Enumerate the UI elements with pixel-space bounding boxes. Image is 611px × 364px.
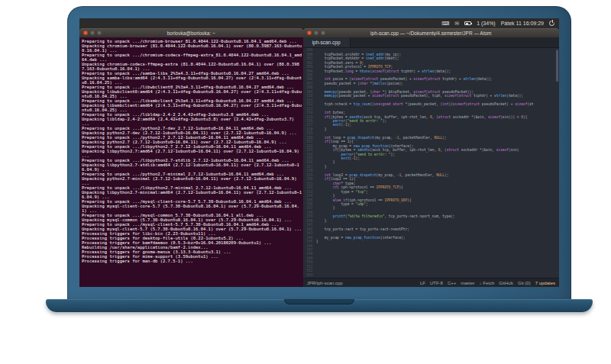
laptop-base-notch — [284, 299, 354, 304]
terminal-line: Unpacking samba-libs:amd64 (2:4.3.11+dfs… — [82, 76, 303, 85]
window-buttons — [307, 31, 325, 35]
maximize-button[interactable] — [97, 31, 102, 35]
page-background: ⌨ ✉ 1 (34%) Pátek 11 16:09:29 borlovka@b… — [0, 0, 611, 364]
power-icon[interactable] — [549, 21, 554, 26]
battery-icon[interactable] — [464, 21, 471, 25]
terminal-title: borlovka@borlovka: ~ — [79, 31, 303, 36]
code-line: 310 memcpy(pseudo_packet + sizeof(struct… — [303, 94, 559, 98]
terminal-line: Unpacking chromium-codecs-ffmpeg-extra (… — [82, 62, 303, 71]
system-menubar: ⌨ ✉ 1 (34%) Pátek 11 16:09:29 — [79, 18, 559, 28]
close-button[interactable] — [83, 31, 88, 35]
clock[interactable]: Pátek 11 16:09:29 — [501, 21, 544, 26]
status-item-utf-8[interactable]: UTF-8 — [430, 281, 443, 285]
status-item--fetch[interactable]: ↓ Fetch — [480, 281, 495, 285]
minimize-button[interactable] — [314, 31, 318, 35]
desktop: borlovka@borlovka: ~ Preparing to unpack… — [79, 28, 559, 287]
terminal-line: Unpacking libpython2.7-minimal:amd64 (2.… — [82, 190, 303, 199]
terminal-line: Unpacking mysql-client-core-5.7 (5.7.30-… — [82, 204, 303, 213]
battery-label[interactable]: 1 (34%) — [477, 21, 496, 26]
terminal-line: Unpacking libpython2.7-stdlib:amd64 (2.7… — [82, 163, 303, 172]
code-editor[interactable]: 299 300 tcpPacket.srcAddr = inet_addr(my… — [303, 48, 559, 278]
terminal-line: Unpacking libldap-2.4-2:amd64 (2.4.42+df… — [82, 117, 303, 126]
terminal-line: Unpacking libsmbclient:amd64 (2:4.3.11+d… — [82, 103, 303, 112]
laptop-base — [46, 299, 593, 312]
close-button[interactable] — [307, 31, 312, 35]
terminal-line: Unpacking libwbclient0:amd64 (2:4.3.11+d… — [82, 89, 303, 98]
code-line: 312 tcph->check = tcp_csum((unsigned sho… — [303, 102, 559, 106]
terminal-line: Preparing to unpack .../chromium-codecs-… — [82, 53, 303, 62]
keyboard-indicator-icon[interactable]: ⌨ — [441, 18, 449, 28]
window-buttons — [83, 31, 102, 35]
tab-iph-scan-cpp[interactable]: iph-scan.cpp — [303, 37, 351, 47]
editor-tabbar: iph-scan.cpp — [303, 37, 559, 48]
editor-scrollbar[interactable] — [556, 50, 558, 82]
maximize-button[interactable] — [321, 31, 325, 35]
laptop-screen: ⌨ ✉ 1 (34%) Pátek 11 16:09:29 borlovka@b… — [79, 18, 559, 287]
editor-window: iph-scan.cpp — ~/Dokumenty/4.semester/JP… — [303, 28, 559, 287]
status-item-master[interactable]: master — [461, 281, 474, 285]
editor-title: iph-scan.cpp — ~/Dokumenty/4.semester/JP… — [303, 31, 559, 36]
terminal-line: Unpacking libpython2.7:amd64 (2.7.12-1ub… — [82, 149, 303, 158]
minimize-button[interactable] — [90, 31, 95, 35]
status-item-lf[interactable]: LF — [420, 281, 425, 285]
terminal-output[interactable]: Preparing to unpack .../chromium-browser… — [79, 37, 303, 287]
terminal-line: Processing triggers for man-db (2.7.5-1)… — [82, 259, 303, 263]
code-line: 353 — [303, 272, 559, 276]
terminal-window: borlovka@borlovka: ~ Preparing to unpack… — [79, 28, 303, 287]
status-item-c-[interactable]: C++ — [448, 281, 456, 285]
terminal-titlebar[interactable]: borlovka@borlovka: ~ — [79, 28, 303, 37]
updates-badge[interactable]: 7 updates — [535, 281, 555, 285]
editor-statusbar: JPR/iph-scan.cpp LFUTF-8C++master↓ Fetch… — [303, 278, 559, 287]
status-item-github[interactable]: GitHub — [499, 281, 513, 285]
terminal-line: Unpacking python2.7-minimal (2.7.12-1ubu… — [82, 176, 303, 185]
terminal-line: Unpacking chromium-browser (81.0.4044.12… — [82, 43, 303, 53]
status-file-path[interactable]: JPR/iph-scan.cpp — [307, 281, 343, 285]
messaging-icon[interactable]: ✉ — [454, 18, 459, 28]
status-item-git-0-[interactable]: Git (0) — [518, 281, 531, 285]
editor-titlebar[interactable]: iph-scan.cpp — ~/Dokumenty/4.semester/JP… — [303, 28, 559, 37]
